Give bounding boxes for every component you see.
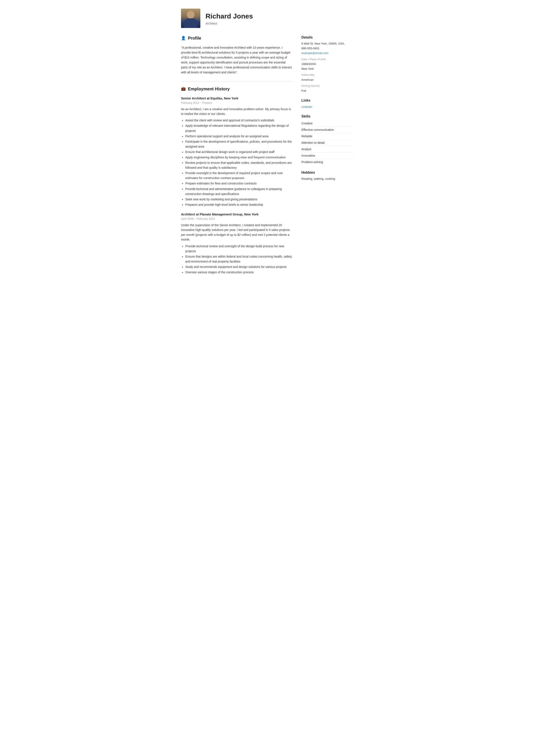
employment-section: 💼 Employment History Senior Architect at… bbox=[181, 86, 293, 275]
list-item: Oversee various stages of the constructi… bbox=[185, 270, 293, 275]
list-item: Participate in the development of specif… bbox=[185, 139, 293, 149]
job-1-title: Senior Architect at Equifax, New York bbox=[181, 96, 293, 101]
job-2-desc: Under the supervision of the Senior Arch… bbox=[181, 223, 293, 242]
resume-page: Richard Jones Architect 👤 Profile "A pro… bbox=[170, 0, 364, 289]
skill-item: Innovative bbox=[301, 152, 353, 159]
job-1-dates: February 2014 – Present bbox=[181, 101, 293, 105]
job-2: Architect at Planate Management Group, N… bbox=[181, 212, 293, 275]
dob-label: Date / Place of birth bbox=[301, 57, 353, 62]
details-nationality: American bbox=[301, 77, 353, 82]
right-column: Details 9 Wall St, New York, 10005, USA,… bbox=[301, 35, 353, 281]
list-item: Apply knowledge of relevant Internationa… bbox=[185, 123, 293, 133]
details-address: 9 Wall St, New York, 10005, USA, bbox=[301, 41, 353, 46]
avatar-figure bbox=[181, 9, 200, 28]
avatar-head bbox=[187, 11, 194, 18]
profile-title: Profile bbox=[188, 35, 201, 41]
job-1: Senior Architect at Equifax, New York Fe… bbox=[181, 96, 293, 207]
list-item: Ensure that designs are within federal a… bbox=[185, 254, 293, 264]
list-item: Perform operational support and analysis… bbox=[185, 134, 293, 139]
skill-item: Analyst bbox=[301, 146, 353, 152]
list-item: Review projects to ensure that applicabl… bbox=[185, 160, 293, 170]
hobbies-title: Hobbies bbox=[301, 170, 353, 175]
avatar bbox=[181, 9, 200, 28]
profile-text: "A professional, creative and innovative… bbox=[181, 45, 293, 75]
linkedin-link[interactable]: Linkedin bbox=[301, 105, 312, 108]
job-1-desc: As an Architect, I am a creative and inn… bbox=[181, 107, 293, 117]
profile-icon: 👤 bbox=[181, 35, 186, 41]
skill-item: Reliable bbox=[301, 133, 353, 140]
skills-title: Skills bbox=[301, 114, 353, 119]
header: Richard Jones Architect bbox=[181, 9, 353, 28]
list-item: Assist the client with review and approv… bbox=[185, 118, 293, 123]
skill-item: Effective communication bbox=[301, 127, 353, 133]
employment-title: Employment History bbox=[188, 86, 230, 92]
job-2-title: Architect at Planate Management Group, N… bbox=[181, 212, 293, 217]
details-email[interactable]: example@email.com bbox=[301, 51, 328, 55]
profile-section-header: 👤 Profile bbox=[181, 35, 293, 42]
skill-item: Creative bbox=[301, 120, 353, 127]
details-birthplace: New York bbox=[301, 67, 353, 71]
list-item: Provide technical and administrative gui… bbox=[185, 187, 293, 197]
header-info: Richard Jones Architect bbox=[206, 11, 253, 26]
hobbies-section: Hobbies Reading, walking, cooking bbox=[301, 170, 353, 181]
candidate-title: Architect bbox=[206, 21, 253, 26]
nationality-label: Nationality bbox=[301, 73, 353, 77]
list-item: Provide oversight in the development of … bbox=[185, 171, 293, 180]
skill-item: Problem-solving bbox=[301, 159, 353, 165]
links-section: Links Linkedin bbox=[301, 98, 353, 109]
skills-section: Skills Creative Effective communication … bbox=[301, 114, 353, 165]
list-item: Ensure that architectural design work is… bbox=[185, 149, 293, 154]
job-1-bullets: Assist the client with review and approv… bbox=[181, 118, 293, 207]
employment-section-header: 💼 Employment History bbox=[181, 86, 293, 93]
list-item: Seek new work by marketing and giving pr… bbox=[185, 197, 293, 202]
candidate-name: Richard Jones bbox=[206, 11, 253, 21]
divider-1 bbox=[181, 81, 293, 81]
hobbies-text: Reading, walking, cooking bbox=[301, 176, 353, 181]
details-section: Details 9 Wall St, New York, 10005, USA,… bbox=[301, 35, 353, 93]
links-title: Links bbox=[301, 98, 353, 103]
left-column: 👤 Profile "A professional, creative and … bbox=[181, 35, 293, 281]
details-phone: 890-555-0401 bbox=[301, 46, 353, 51]
list-item: Prepares and provide high-level briefs t… bbox=[185, 202, 293, 207]
job-2-bullets: Provide technical review and oversight o… bbox=[181, 244, 293, 275]
profile-section: 👤 Profile "A professional, creative and … bbox=[181, 35, 293, 75]
job-2-dates: April 2009 – February 2014 bbox=[181, 217, 293, 221]
list-item: Apply engineering disciplines by keeping… bbox=[185, 155, 293, 160]
avatar-body bbox=[184, 18, 197, 28]
details-license: Full bbox=[301, 89, 353, 93]
list-item: Study and recommends equipment and desig… bbox=[185, 264, 293, 269]
list-item: Prepare estimates for fees and construct… bbox=[185, 181, 293, 186]
details-dob: 1989/20/03 bbox=[301, 62, 353, 67]
license-label: Driving license bbox=[301, 84, 353, 88]
list-item: Provide technical review and oversight o… bbox=[185, 244, 293, 254]
skill-item: Attention to detail bbox=[301, 140, 353, 146]
main-content: 👤 Profile "A professional, creative and … bbox=[181, 35, 353, 281]
details-title: Details bbox=[301, 35, 353, 40]
employment-icon: 💼 bbox=[181, 86, 186, 92]
